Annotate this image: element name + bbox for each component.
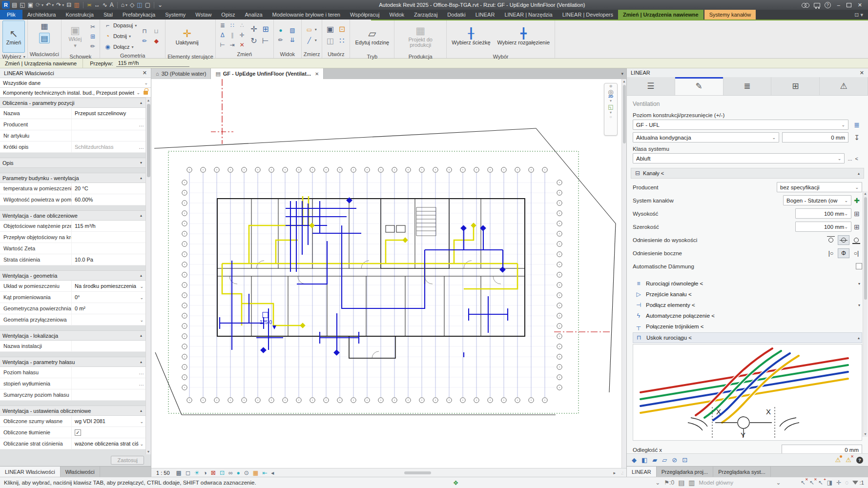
sun-icon[interactable]: ☀ xyxy=(194,469,200,476)
copy-icon[interactable]: ⊞ xyxy=(88,32,97,41)
canvas-vertical-scrollbar[interactable]: ▲ xyxy=(621,79,626,468)
panel-caption-view[interactable]: Widok xyxy=(274,50,301,58)
tool-pod-cz-elementy-[interactable]: ⊣Podłącz elementy <▾ xyxy=(633,300,862,310)
scatter-icon[interactable]: ∷ xyxy=(336,36,347,46)
node5-icon[interactable]: ⊘ xyxy=(672,456,677,464)
property-value[interactable]: 0°⌄ xyxy=(72,292,145,303)
join-menu[interactable]: ◉Dołącz▾ xyxy=(103,42,138,52)
family-types-icon[interactable]: ▦ xyxy=(39,20,50,31)
section-ducts[interactable]: ⊟ Kanały < ▴ xyxy=(631,168,864,179)
automatic-insulation-checkbox[interactable] xyxy=(856,263,862,269)
split-icon[interactable]: ∥ xyxy=(228,31,237,40)
more-button[interactable]: ... xyxy=(847,156,852,162)
demolish-icon[interactable]: ◆ xyxy=(152,37,161,45)
beam-icon[interactable]: ⊓ xyxy=(140,27,149,36)
tool-po-czenie-tr-jnikiem-[interactable]: ┬Połączenie trójnikiem < xyxy=(633,322,862,331)
distance-x-input[interactable]: 0 mm xyxy=(782,445,862,453)
vstyle-icon[interactable]: ◻ xyxy=(186,469,190,476)
tool-przej-cie-kana-u-[interactable]: ▷Przejście kanału < xyxy=(633,289,862,299)
ellipsis-button[interactable]: … xyxy=(139,369,144,375)
section-header[interactable]: Wentylacja - geometria▴ xyxy=(0,270,145,281)
ribbon-tab-architektura[interactable]: Architektura xyxy=(22,10,61,20)
storey-dropdown[interactable]: Aktualna kondygnacja⌄ xyxy=(633,132,779,142)
save-icon[interactable]: ▣ xyxy=(28,1,33,9)
ribbon-tab-wsp-pracuj[interactable]: Współpracuj xyxy=(345,10,385,20)
cursor-move-icon[interactable]: ✛ xyxy=(836,479,841,486)
level-dropdown[interactable]: GF - UFL⌄ xyxy=(633,120,848,130)
design-options-icon[interactable]: ▤ xyxy=(678,479,684,487)
ellipsis-button[interactable]: … xyxy=(139,122,144,127)
property-value[interactable]: ważone obliczenia strat ciś⌄ xyxy=(72,438,145,449)
section-header[interactable]: Wentylacja - lokalizacja▴ xyxy=(0,330,145,341)
close-view-tab-icon[interactable]: ✕ xyxy=(315,71,319,77)
dimension-menu[interactable]: ╱▾ xyxy=(304,36,318,45)
panel-caption-production[interactable]: Produkcja xyxy=(394,54,446,60)
crop-icon[interactable]: ⊡ xyxy=(220,469,225,476)
section-collapse-icon[interactable]: ▴ xyxy=(140,273,142,278)
pick-path-button[interactable]: ╂ Wybierz ścieżkę xyxy=(449,20,493,53)
panel-caption-properties[interactable]: Właściwości xyxy=(28,50,61,58)
dimension-icon[interactable]: ↔ xyxy=(94,1,100,9)
pin-element-icon[interactable]: ✛ xyxy=(238,31,247,40)
view-tab-overflow-icon[interactable]: ▾ xyxy=(618,68,626,79)
node1-icon[interactable]: ◆ xyxy=(632,456,637,464)
right-panel-tab-warning-icon[interactable]: ⚠ xyxy=(820,77,868,95)
redo-icon[interactable]: ↷ xyxy=(56,1,61,9)
delete-icon[interactable]: ✕ xyxy=(238,41,247,49)
dropdown-caret-icon[interactable]: ▾ xyxy=(52,3,54,7)
section-collapse-icon[interactable]: ▴ xyxy=(140,408,142,413)
view-scale[interactable]: 1 : 50 xyxy=(153,470,173,476)
value-dropdown-icon[interactable]: ⌄ xyxy=(140,295,144,300)
close-left-panel-icon[interactable]: ✕ xyxy=(143,70,147,76)
warnings-icon[interactable]: ⚠ xyxy=(835,456,841,464)
ribbon-tab-konstrukcja[interactable]: Konstrukcja xyxy=(61,10,98,20)
ribbon-tab-zmie-urz-dzenia-nawiewne[interactable]: Zmień | Urządzenia nawiewne xyxy=(618,10,703,20)
ribbon-tab-linear-developers[interactable]: LINEAR | Developers xyxy=(558,10,618,20)
design-options2-icon[interactable]: ▥ xyxy=(688,479,695,487)
rotate-icon[interactable]: ↻ xyxy=(248,36,259,46)
property-value[interactable]: Schlitzdurchlass… xyxy=(72,142,145,152)
value-dropdown-icon[interactable]: ⌄ xyxy=(140,318,144,323)
cursor-x1-icon[interactable]: ↖✕ xyxy=(801,479,806,486)
offset-input[interactable]: 0 mm xyxy=(782,132,848,142)
help-icon[interactable]: ? xyxy=(825,2,831,8)
scroll-right-icon[interactable]: ▸ xyxy=(611,470,618,475)
field-dropdown[interactable]: 100 mm⌄ xyxy=(795,222,851,232)
section-header[interactable]: Wentylacja - dane obliczeniowe▴ xyxy=(0,210,145,221)
help-icon[interactable]: ? xyxy=(856,457,863,464)
ribbon-tab-prefabrykacja[interactable]: Prefabrykacja xyxy=(118,10,160,20)
cursor-x2-icon[interactable]: ↖✕ xyxy=(809,479,814,486)
ribbon-tab-plik[interactable]: Plik xyxy=(0,10,22,20)
ribbon-tab-zarz-dzaj[interactable]: Zarządzaj xyxy=(409,10,442,20)
match-type-icon[interactable]: ✏ xyxy=(88,42,97,51)
section-header[interactable]: Wentylacja - ustawienia obliczeniowe▴ xyxy=(0,406,145,416)
cart-icon[interactable] xyxy=(814,3,820,7)
field-dropdown[interactable]: 100 mm⌄ xyxy=(795,208,851,219)
level-pick-icon[interactable]: ↧ xyxy=(851,132,862,142)
detail-icon[interactable]: ▩ xyxy=(176,469,182,476)
tool-collapse-icon[interactable]: ▾ xyxy=(858,282,860,286)
panes-icon[interactable]: ◫ xyxy=(325,36,335,46)
property-value[interactable]: … xyxy=(72,119,145,130)
property-value[interactable]: ✓ xyxy=(72,427,145,438)
layers-icon[interactable]: ≣ xyxy=(851,120,862,130)
lasso-icon[interactable]: ◌ xyxy=(845,479,848,486)
right-panel-tab-przegl-darka-syst-[interactable]: Przeglądarka syst... xyxy=(713,467,771,477)
section-header[interactable]: Parametry budynku - wentylacja▴ xyxy=(0,173,145,183)
mirror-icon[interactable]: Δ xyxy=(218,31,227,40)
section-collapse-icon[interactable]: ▴ xyxy=(140,213,142,218)
right-panel-tab-library-icon[interactable]: ≣ xyxy=(723,77,772,95)
properties-icon[interactable]: ▤ xyxy=(12,1,17,9)
section-collapse-icon[interactable]: ▴ xyxy=(140,176,142,180)
property-value[interactable] xyxy=(72,341,145,351)
align-icon[interactable]: ≣ xyxy=(218,21,227,30)
trim-icon[interactable]: ⊢ xyxy=(218,41,227,49)
section-icon[interactable]: ◫ xyxy=(137,1,142,9)
design-option-caret-icon[interactable]: ⌄ xyxy=(776,479,781,486)
section-collapse-icon[interactable]: ▴ xyxy=(140,101,142,105)
nav-close-icon[interactable]: ⊗ xyxy=(609,84,613,88)
trim-extend-icon[interactable]: ⊢ xyxy=(260,36,271,46)
move-icon[interactable]: ✛ xyxy=(248,24,259,35)
constraint-icon[interactable]: ⇤ xyxy=(262,469,267,476)
node2-icon[interactable]: ◧ xyxy=(641,456,647,464)
